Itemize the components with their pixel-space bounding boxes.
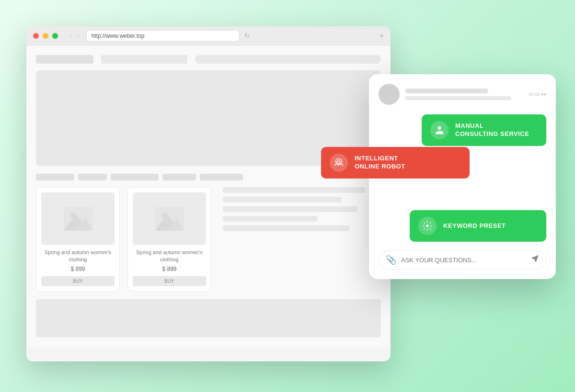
manual-btn-text: MANUALCONSULTING SERVICE: [455, 122, 529, 138]
product-price-2: $ 899: [133, 266, 206, 272]
back-arrow[interactable]: ‹: [68, 31, 73, 40]
chat-input-area: 📎: [379, 250, 546, 269]
browser-nav: ‹ › http://www.weber.top ↻ +: [68, 30, 384, 42]
nav-arrows: ‹ ›: [68, 31, 81, 40]
send-button[interactable]: [530, 255, 539, 265]
product-image-1: [41, 192, 115, 245]
svg-point-9: [337, 160, 340, 163]
forward-arrow[interactable]: ›: [75, 31, 81, 40]
manual-consulting-button[interactable]: MANUALCONSULTING SERVICE: [422, 114, 546, 146]
content-line: [223, 187, 365, 193]
intelligent-btn-text: INTELLIGENTONLINE ROBOT: [355, 155, 405, 171]
category-tag: [111, 174, 159, 180]
chat-status-placeholder: [405, 96, 511, 100]
browser-content: Spring and autumn women's clothing $ 899…: [26, 45, 391, 347]
site-nav: [101, 55, 187, 64]
intelligent-btn-wrapper: INTELLIGENTONLINE ROBOT: [321, 147, 470, 179]
site-footer: [36, 299, 381, 337]
svg-marker-14: [531, 256, 539, 263]
content-line: [223, 225, 349, 231]
product-name-1: Spring and autumn women's clothing: [41, 249, 115, 264]
address-bar[interactable]: http://www.weber.top: [86, 30, 240, 42]
svg-point-12: [426, 224, 429, 227]
category-tag: [200, 174, 243, 180]
svg-point-8: [437, 126, 441, 130]
keyword-btn-text: KEYWORD PRESET: [443, 222, 506, 230]
product-card-1: Spring and autumn women's clothing $ 899…: [36, 187, 120, 291]
chat-header-info: [405, 89, 523, 100]
chat-panel: 02:50 ●● MANUALCONSULTING SERVICE: [369, 74, 556, 279]
content-line: [223, 216, 318, 222]
svg-point-11: [340, 161, 341, 162]
chat-avatar: [379, 84, 400, 105]
keyword-icon: [418, 217, 437, 235]
keyword-btn-row: KEYWORD PRESET: [379, 210, 546, 242]
attachment-icon: 📎: [386, 255, 396, 265]
svg-point-10: [337, 161, 338, 162]
category-tag: [162, 174, 196, 180]
product-buy-btn-1[interactable]: BUY: [41, 276, 115, 286]
intelligent-robot-button[interactable]: INTELLIGENTONLINE ROBOT: [321, 147, 470, 179]
maximize-btn[interactable]: [52, 33, 58, 39]
content-line: [223, 206, 357, 212]
reload-btn[interactable]: ↻: [244, 32, 250, 39]
manual-icon: [430, 121, 448, 139]
category-tag: [36, 174, 74, 180]
category-tag: [78, 174, 107, 180]
manual-btn-row: MANUALCONSULTING SERVICE: [379, 114, 546, 146]
product-price-1: $ 899: [41, 266, 115, 272]
chat-header: 02:50 ●●: [379, 84, 546, 105]
close-btn[interactable]: [33, 33, 39, 39]
add-tab-btn[interactable]: +: [380, 32, 384, 40]
browser-window: ‹ › http://www.weber.top ↻ +: [26, 26, 391, 361]
site-search: [195, 55, 381, 64]
right-content: [219, 187, 381, 291]
robot-icon: [330, 154, 348, 172]
chat-header-time: 02:50 ●●: [529, 92, 546, 97]
keyword-preset-button[interactable]: KEYWORD PRESET: [410, 210, 546, 242]
product-image-2: [133, 192, 206, 245]
product-name-2: Spring and autumn women's clothing: [133, 249, 206, 264]
content-line: [223, 197, 342, 202]
site-header: [36, 55, 381, 64]
minimize-btn[interactable]: [43, 33, 48, 39]
chat-name-placeholder: [405, 89, 488, 93]
browser-titlebar: ‹ › http://www.weber.top ↻ +: [26, 26, 391, 45]
chat-input[interactable]: [401, 257, 526, 264]
chat-buttons: MANUALCONSULTING SERVICE: [379, 114, 546, 242]
product-buy-btn-2[interactable]: BUY: [133, 276, 206, 286]
products-row: Spring and autumn women's clothing $ 899…: [36, 187, 381, 291]
site-logo: [36, 55, 93, 64]
product-card-2: Spring and autumn women's clothing $ 899…: [127, 187, 211, 291]
